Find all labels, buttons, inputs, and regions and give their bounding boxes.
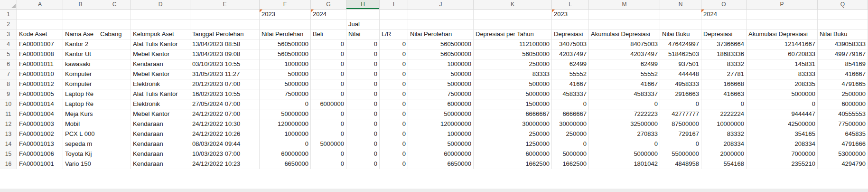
cell-F12[interactable]: 120000000 (260, 119, 311, 129)
cell-N6[interactable]: 937501 (660, 59, 701, 69)
cell-K7[interactable]: 83333 (474, 69, 552, 79)
cell-F16[interactable]: 6650000 (260, 159, 311, 169)
cell-N14[interactable]: 0 (660, 139, 701, 149)
cell-A15[interactable]: FA00001006 (17, 149, 63, 159)
cell-G14[interactable]: 5000000 (311, 139, 346, 149)
cell-L8[interactable]: 41667 (552, 79, 589, 89)
cell-A14[interactable]: FA00001013 (17, 139, 63, 149)
cell-N3[interactable]: Nilai Buku (660, 29, 701, 39)
cell-F10[interactable]: 0 (260, 99, 311, 109)
cell-F5[interactable]: 560500000 (260, 49, 311, 59)
cell-H6[interactable]: 0 (346, 59, 380, 69)
cell-B13[interactable]: PCX L 000 (63, 129, 98, 139)
column-header-I[interactable]: I (380, 0, 408, 10)
column-header-F[interactable]: F (260, 0, 311, 10)
cell-M11[interactable]: 7222223 (589, 109, 660, 119)
cell-N15[interactable]: 55000000 (660, 149, 701, 159)
cell-C2[interactable] (98, 19, 131, 29)
cell-J16[interactable]: 6650000 (408, 159, 474, 169)
column-header-O[interactable]: O (701, 0, 747, 10)
cell-N16[interactable]: 4848958 (660, 159, 701, 169)
cell-L5[interactable]: 42037497 (552, 49, 589, 59)
cell-L16[interactable]: 1662500 (552, 159, 589, 169)
cell-G12[interactable]: 0 (311, 119, 346, 129)
cell-C5[interactable] (98, 49, 131, 59)
cell-M1[interactable] (589, 10, 660, 19)
cell-N11[interactable]: 42777777 (660, 109, 701, 119)
cell-C6[interactable] (98, 59, 131, 69)
cell-D1[interactable] (131, 10, 190, 19)
column-header-A[interactable]: A (17, 0, 63, 10)
cell-B7[interactable]: Komputer (63, 69, 98, 79)
cell-F15[interactable]: 60000000 (260, 149, 311, 159)
cell-I11[interactable]: 0 (380, 109, 408, 119)
cell-C4[interactable] (98, 39, 131, 49)
cell-K1[interactable] (474, 10, 552, 19)
cell-I9[interactable]: 0 (380, 89, 408, 99)
cell-L14[interactable]: 0 (552, 139, 589, 149)
cell-P13[interactable]: 354165 (747, 129, 818, 139)
cell-F8[interactable]: 5000000 (260, 79, 311, 89)
column-header-D[interactable]: D (131, 0, 190, 10)
cell-J1[interactable] (408, 10, 474, 19)
cell-I3[interactable]: L/R (380, 29, 408, 39)
cell-N4[interactable]: 476424997 (660, 39, 701, 49)
cell-B4[interactable]: Kantor 2 (63, 39, 98, 49)
cell-O8[interactable]: 166668 (701, 79, 747, 89)
cell-G6[interactable]: 0 (311, 59, 346, 69)
cell-E6[interactable]: 03/10/2023 10:55 (190, 59, 260, 69)
cell-M9[interactable]: 4583337 (589, 89, 660, 99)
cell-D10[interactable]: Elektronik (131, 99, 190, 109)
row-header-4[interactable]: 4 (0, 39, 17, 49)
cell-M16[interactable]: 1801042 (589, 159, 660, 169)
cell-N9[interactable]: 2916663 (660, 89, 701, 99)
cell-B9[interactable]: Laptop Re (63, 89, 98, 99)
cell-M10[interactable]: 0 (589, 99, 660, 109)
cell-Q9[interactable]: 2500000 (818, 89, 868, 99)
cell-K3[interactable]: Depresiasi per Tahun (474, 29, 552, 39)
cell-P2[interactable] (747, 19, 818, 29)
cell-G1[interactable]: 2024 (311, 10, 346, 19)
cell-K16[interactable]: 1662500 (474, 159, 552, 169)
cell-A3[interactable]: Kode Aset (17, 29, 63, 39)
cell-E5[interactable]: 13/04/2023 09:08 (190, 49, 260, 59)
cell-E11[interactable]: 24/12/2022 07:00 (190, 109, 260, 119)
cell-C7[interactable] (98, 69, 131, 79)
cell-P6[interactable]: 145831 (747, 59, 818, 69)
cell-N1[interactable] (660, 10, 701, 19)
cell-P10[interactable]: 0 (747, 99, 818, 109)
cell-L2[interactable] (552, 19, 589, 29)
cell-O6[interactable]: 83332 (701, 59, 747, 69)
column-header-H[interactable]: H (346, 0, 380, 10)
cell-J6[interactable]: 1000000 (408, 59, 474, 69)
cell-J7[interactable]: 500000 (408, 69, 474, 79)
cell-M12[interactable]: 32500000 (589, 119, 660, 129)
cell-M4[interactable]: 84075003 (589, 39, 660, 49)
cell-C9[interactable] (98, 89, 131, 99)
cell-B12[interactable]: Mobil (63, 119, 98, 129)
cell-N2[interactable] (660, 19, 701, 29)
cell-H5[interactable]: 0 (346, 49, 380, 59)
cell-E10[interactable]: 27/05/2024 07:00 (190, 99, 260, 109)
cell-G5[interactable]: 0 (311, 49, 346, 59)
cell-G10[interactable]: 6000000 (311, 99, 346, 109)
column-header-J[interactable]: J (408, 0, 474, 10)
cell-Q16[interactable]: 4294790 (818, 159, 868, 169)
cell-C10[interactable] (98, 99, 131, 109)
cell-J3[interactable]: Nilai Perolehan (408, 29, 474, 39)
cell-G11[interactable]: 0 (311, 109, 346, 119)
cell-A6[interactable]: FA00001011 (17, 59, 63, 69)
cell-N12[interactable]: 87500000 (660, 119, 701, 129)
cell-P14[interactable]: 208334 (747, 139, 818, 149)
cell-F4[interactable]: 560500000 (260, 39, 311, 49)
row-header-5[interactable]: 5 (0, 49, 17, 59)
cell-G2[interactable] (311, 19, 346, 29)
cell-N7[interactable]: 444448 (660, 69, 701, 79)
cell-Q12[interactable]: 77500000 (818, 119, 868, 129)
column-header-M[interactable]: M (589, 0, 660, 10)
cell-A7[interactable]: FA00001010 (17, 69, 63, 79)
cell-L1[interactable]: 2023 (552, 10, 589, 19)
cell-Q4[interactable]: 439058333 (818, 39, 868, 49)
cell-P1[interactable] (747, 10, 818, 19)
cell-D15[interactable]: Kendaraan (131, 149, 190, 159)
